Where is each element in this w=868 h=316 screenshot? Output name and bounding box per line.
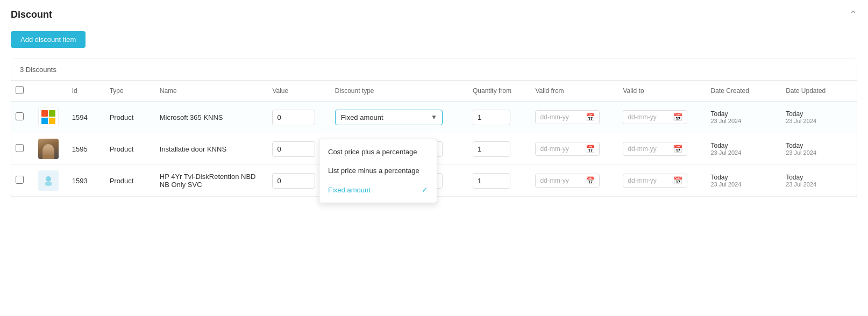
header-thumb <box>34 81 68 102</box>
row-type: Product <box>105 102 155 133</box>
row-date-updated-cell: Today23 Jul 2024 <box>781 133 857 165</box>
row-valid-from-cell: dd-mm-yy 📅 <box>531 133 618 165</box>
date-updated-today: Today <box>786 110 852 118</box>
row-checkbox-cell <box>11 165 34 197</box>
row-name: Microsoft 365 KNNS <box>155 102 268 133</box>
page-header: Discount ⌃ <box>11 9 857 20</box>
date-created-today: Today <box>710 174 777 181</box>
row-id: 1594 <box>68 102 105 133</box>
header-date-created: Date Created <box>706 81 781 102</box>
row-checkbox-cell <box>11 102 34 133</box>
page-title: Discount <box>11 9 52 20</box>
row-valid-from-cell: dd-mm-yy 📅 <box>531 165 618 197</box>
header-discount-type: Discount type <box>331 81 468 102</box>
discount-type-select-wrapper: Fixed amount ▼ <box>335 110 443 125</box>
date-updated-today: Today <box>786 142 852 149</box>
valid-from-input-wrapper[interactable]: dd-mm-yy 📅 <box>535 110 600 124</box>
row-date-created-cell: Today23 Jul 2024 <box>706 133 781 165</box>
row-name: HP 4Yr Tvl-DiskRetention NBD NB Only SVC <box>155 165 268 197</box>
dropdown-menu-item[interactable]: Cost price plus a percentage <box>319 142 437 161</box>
row-valid-to-cell: dd-mm-yy 📅 <box>618 133 706 165</box>
value-input[interactable] <box>272 173 315 189</box>
table-header-row: Id Type Name Value Discount type Quantit… <box>11 81 857 102</box>
page-container: Discount ⌃ Add discount item 3 Discounts… <box>0 0 868 316</box>
header-id: Id <box>68 81 105 102</box>
valid-to-placeholder: dd-mm-yy <box>628 177 673 184</box>
calendar-icon[interactable]: 📅 <box>673 176 682 185</box>
product-thumbnail <box>38 170 59 191</box>
collapse-icon[interactable]: ⌃ <box>849 9 857 20</box>
dropdown-menu-item[interactable]: Fixed amount✓ <box>319 180 437 199</box>
date-created-sub: 23 Jul 2024 <box>710 181 777 188</box>
calendar-icon[interactable]: 📅 <box>673 145 682 153</box>
row-type: Product <box>105 133 155 165</box>
row-discount-type-cell: Fixed amount ▼ <box>331 102 468 133</box>
valid-from-input-wrapper[interactable]: dd-mm-yy 📅 <box>535 174 600 188</box>
svg-point-1 <box>45 182 52 186</box>
dropdown-item-check-icon: ✓ <box>422 185 428 194</box>
calendar-icon[interactable]: 📅 <box>586 113 595 121</box>
svg-point-0 <box>46 176 51 182</box>
dropdown-item-label: Fixed amount <box>328 186 371 194</box>
row-quantity-from-cell <box>468 102 531 133</box>
row-thumbnail-cell <box>34 102 68 133</box>
product-thumbnail <box>38 107 59 127</box>
header-quantity-from: Quantity from <box>468 81 531 102</box>
row-date-created-cell: Today23 Jul 2024 <box>706 165 781 197</box>
calendar-icon[interactable]: 📅 <box>586 145 595 153</box>
discount-type-select[interactable]: Fixed amount <box>335 110 443 125</box>
header-type: Type <box>105 81 155 102</box>
dropdown-menu-item[interactable]: List price minus a percentage <box>319 161 437 180</box>
date-created-sub: 23 Jul 2024 <box>710 118 777 124</box>
product-thumbnail <box>38 139 59 159</box>
row-thumbnail-cell <box>34 165 68 197</box>
row-quantity-from-cell <box>468 165 531 197</box>
row-checkbox[interactable] <box>16 176 24 184</box>
discounts-table-container: 3 Discounts Id Type Name Value Discount … <box>11 59 857 197</box>
header-value: Value <box>268 81 330 102</box>
calendar-icon[interactable]: 📅 <box>673 113 682 121</box>
valid-to-input-wrapper[interactable]: dd-mm-yy 📅 <box>623 110 687 124</box>
date-updated-sub: 23 Jul 2024 <box>786 149 852 156</box>
header-name: Name <box>155 81 268 102</box>
row-checkbox[interactable] <box>16 112 24 120</box>
row-id: 1595 <box>68 133 105 165</box>
value-input[interactable] <box>272 141 315 157</box>
date-created-today: Today <box>710 142 777 149</box>
valid-to-placeholder: dd-mm-yy <box>628 145 673 153</box>
date-created-sub: 23 Jul 2024 <box>710 149 777 156</box>
header-checkbox-cell <box>11 81 34 102</box>
row-valid-from-cell: dd-mm-yy 📅 <box>531 102 618 133</box>
row-date-created-cell: Today23 Jul 2024 <box>706 102 781 133</box>
add-discount-item-button[interactable]: Add discount item <box>11 31 86 48</box>
row-thumbnail-cell <box>34 133 68 165</box>
date-created-today: Today <box>710 110 777 118</box>
table-count-label: 3 Discounts <box>11 59 857 81</box>
valid-to-input-wrapper[interactable]: dd-mm-yy 📅 <box>623 142 687 156</box>
select-all-checkbox[interactable] <box>16 86 24 94</box>
valid-to-placeholder: dd-mm-yy <box>628 113 673 121</box>
row-valid-to-cell: dd-mm-yy 📅 <box>618 165 706 197</box>
valid-from-placeholder: dd-mm-yy <box>540 177 586 184</box>
value-input[interactable] <box>272 110 315 125</box>
quantity-from-input[interactable] <box>473 141 510 157</box>
row-id: 1593 <box>68 165 105 197</box>
table-row: 1594ProductMicrosoft 365 KNNS Fixed amou… <box>11 102 857 133</box>
valid-from-placeholder: dd-mm-yy <box>540 145 586 153</box>
row-checkbox-cell <box>11 133 34 165</box>
header-valid-from: Valid from <box>531 81 618 102</box>
row-valid-to-cell: dd-mm-yy 📅 <box>618 102 706 133</box>
header-date-updated: Date Updated <box>781 81 857 102</box>
date-updated-sub: 23 Jul 2024 <box>786 118 852 124</box>
row-checkbox[interactable] <box>16 144 24 152</box>
quantity-from-input[interactable] <box>473 173 510 189</box>
quantity-from-input[interactable] <box>473 110 510 125</box>
calendar-icon[interactable]: 📅 <box>586 176 595 185</box>
row-name: Installatie door KNNS <box>155 133 268 165</box>
dropdown-item-label: Cost price plus a percentage <box>328 148 417 156</box>
row-type: Product <box>105 165 155 197</box>
header-valid-to: Valid to <box>618 81 706 102</box>
valid-to-input-wrapper[interactable]: dd-mm-yy 📅 <box>623 174 687 188</box>
valid-from-placeholder: dd-mm-yy <box>540 113 586 121</box>
valid-from-input-wrapper[interactable]: dd-mm-yy 📅 <box>535 142 600 156</box>
